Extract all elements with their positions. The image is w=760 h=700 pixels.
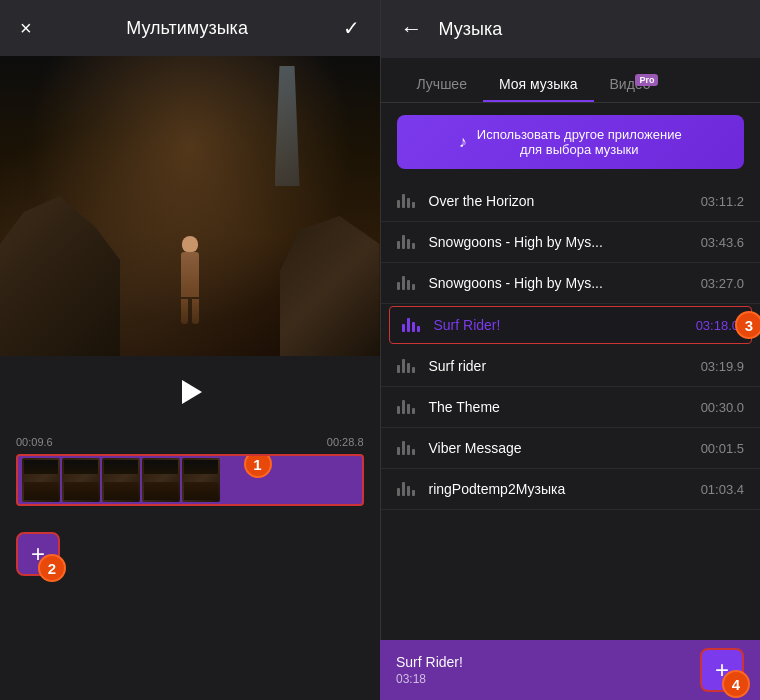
- badge-2: 2: [38, 554, 66, 582]
- confirm-icon[interactable]: ✓: [343, 16, 360, 40]
- music-name: ringPodtemp2Музыка: [429, 481, 689, 497]
- film-frame-1: [22, 458, 60, 502]
- play-controls: [0, 356, 380, 428]
- music-name: Viber Message: [429, 440, 689, 456]
- rock-left: [0, 196, 120, 356]
- badge-1: 1: [244, 454, 272, 478]
- tabs-row: Лучшее Моя музыка Видео Pro: [381, 58, 761, 103]
- tab-my-music[interactable]: Моя музыка: [483, 68, 594, 102]
- video-scene: [0, 56, 380, 356]
- char-body: [181, 252, 199, 297]
- play-button[interactable]: [170, 372, 210, 412]
- back-button[interactable]: ←: [401, 16, 423, 42]
- waveform-icon: [397, 235, 417, 249]
- music-duration: 03:27.0: [701, 276, 744, 291]
- left-header: × Мультимузыка ✓: [0, 0, 380, 56]
- music-name: Over the Horizon: [429, 193, 689, 209]
- left-panel-title: Мультимузыка: [126, 18, 248, 39]
- timestamp-start: 00:09.6: [16, 436, 53, 448]
- music-duration: 00:01.5: [701, 441, 744, 456]
- bottom-track-duration: 03:18: [396, 672, 463, 686]
- waveform-icon: [397, 359, 417, 373]
- music-name: The Theme: [429, 399, 689, 415]
- right-panel: ← Музыка Лучшее Моя музыка Видео Pro ♪ И…: [381, 0, 761, 700]
- film-frame-2: [62, 458, 100, 502]
- play-triangle-icon: [182, 380, 202, 404]
- bottom-track-name: Surf Rider!: [396, 654, 463, 670]
- waveform-icon: [397, 194, 417, 208]
- right-header: ← Музыка: [381, 0, 761, 58]
- music-duration-selected: 03:18.0: [696, 318, 739, 333]
- list-item[interactable]: Viber Message 00:01.5: [381, 428, 761, 469]
- pro-badge: Pro: [635, 74, 658, 86]
- music-name-selected: Surf Rider!: [434, 317, 684, 333]
- music-track[interactable]: 1: [16, 454, 364, 506]
- char-head: [182, 236, 198, 252]
- list-item[interactable]: Snowgoons - High by Mys... 03:43.6: [381, 222, 761, 263]
- rock-right: [280, 216, 380, 356]
- video-preview: [0, 56, 380, 356]
- list-item[interactable]: Snowgoons - High by Mys... 03:27.0: [381, 263, 761, 304]
- music-duration: 03:11.2: [701, 194, 744, 209]
- waveform-icon: [397, 276, 417, 290]
- list-item-selected[interactable]: Surf Rider! 03:18.0 3: [389, 306, 753, 344]
- bottom-bar: Surf Rider! 03:18 + 4: [380, 640, 760, 700]
- list-item[interactable]: Surf rider 03:19.9: [381, 346, 761, 387]
- music-duration: 03:19.9: [701, 359, 744, 374]
- music-duration: 01:03.4: [701, 482, 744, 497]
- music-name: Snowgoons - High by Mys...: [429, 234, 689, 250]
- music-name: Snowgoons - High by Mys...: [429, 275, 689, 291]
- use-other-app-label: Использовать другое приложениедля выбора…: [477, 127, 682, 157]
- badge-4: 4: [722, 670, 750, 698]
- char-leg-left: [181, 299, 188, 324]
- bottom-track-info: Surf Rider! 03:18: [396, 654, 463, 686]
- use-other-app-button[interactable]: ♪ Использовать другое приложениедля выбо…: [397, 115, 745, 169]
- list-item[interactable]: Over the Horizon 03:11.2: [381, 181, 761, 222]
- waveform-icon: [397, 482, 417, 496]
- bottom-add-button[interactable]: + 4: [700, 648, 744, 692]
- char-legs: [170, 299, 210, 324]
- music-note-icon: ♪: [459, 133, 467, 151]
- badge-3: 3: [735, 311, 760, 339]
- film-frame-3: [102, 458, 140, 502]
- waveform-icon: [397, 441, 417, 455]
- timeline-area: 00:09.6 00:28.8 1: [0, 428, 380, 522]
- tab-best[interactable]: Лучшее: [401, 68, 483, 102]
- film-frame-4: [142, 458, 180, 502]
- left-panel: × Мультимузыка ✓ 00:09.6: [0, 0, 380, 700]
- film-frame-5: [182, 458, 220, 502]
- timeline-timestamps: 00:09.6 00:28.8: [16, 436, 364, 448]
- add-music-button[interactable]: + 2: [16, 532, 60, 576]
- character: [170, 236, 210, 326]
- list-item[interactable]: The Theme 00:30.0: [381, 387, 761, 428]
- char-leg-right: [192, 299, 199, 324]
- list-item[interactable]: ringPodtemp2Музыка 01:03.4: [381, 469, 761, 510]
- music-list: Over the Horizon 03:11.2 Snowgoons - Hig…: [381, 181, 761, 700]
- tab-video[interactable]: Видео Pro: [594, 68, 667, 102]
- waveform-icon: [397, 400, 417, 414]
- music-duration: 00:30.0: [701, 400, 744, 415]
- music-duration: 03:43.6: [701, 235, 744, 250]
- right-panel-title: Музыка: [439, 19, 503, 40]
- close-icon[interactable]: ×: [20, 17, 32, 40]
- music-name: Surf rider: [429, 358, 689, 374]
- add-music-area: + 2: [0, 522, 380, 592]
- waterfall: [275, 66, 300, 186]
- waveform-icon-active: [402, 318, 422, 332]
- track-filmstrip: [18, 456, 224, 504]
- timestamp-end: 00:28.8: [327, 436, 364, 448]
